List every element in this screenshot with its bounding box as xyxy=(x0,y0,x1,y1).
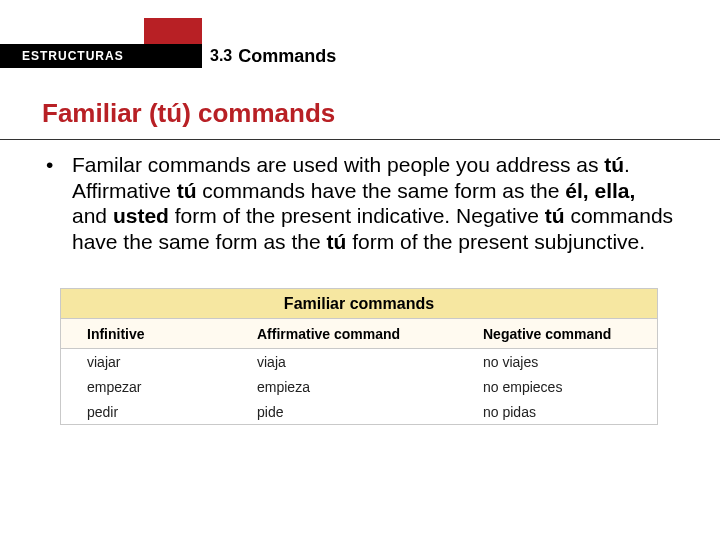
chapter-heading: 3.3 Commands xyxy=(210,44,336,68)
bullet-text: Familar commands are used with people yo… xyxy=(72,152,674,254)
cell: pide xyxy=(231,399,457,424)
col-negative: Negative command xyxy=(457,319,657,348)
header: ESTRUCTURAS 3.3 Commands xyxy=(0,44,720,76)
col-infinitive: Infinitive xyxy=(61,319,231,348)
table-row: pedir pide no pidas xyxy=(61,399,657,424)
cell: viaja xyxy=(231,349,457,374)
t2: tú xyxy=(604,153,624,176)
divider xyxy=(0,139,720,140)
t7: and xyxy=(72,204,113,227)
table-row: viajar viaja no viajes xyxy=(61,349,657,374)
bullet-marker: • xyxy=(46,152,72,254)
t13: form of the present subjunctive. xyxy=(346,230,645,253)
section-title-a: Familiar ( xyxy=(42,98,158,128)
section-title-b: tú xyxy=(158,98,183,128)
cell: viajar xyxy=(61,349,231,374)
cell: empieza xyxy=(231,374,457,399)
t4: tú xyxy=(177,179,197,202)
t6: él, ella, xyxy=(565,179,635,202)
table-row: empezar empieza no empieces xyxy=(61,374,657,399)
slide: ESTRUCTURAS 3.3 Commands Familiar (tú) c… xyxy=(0,44,720,540)
cell: no empieces xyxy=(457,374,657,399)
chapter-number: 3.3 xyxy=(210,47,232,65)
commands-table: Familiar commands Infinitive Affirmative… xyxy=(60,288,658,425)
table-title: Familiar commands xyxy=(61,289,657,319)
section-title-c: ) commands xyxy=(182,98,335,128)
table-body: viajar viaja no viajes empezar empieza n… xyxy=(61,349,657,424)
brand-bar: ESTRUCTURAS xyxy=(0,44,202,68)
cell: no pidas xyxy=(457,399,657,424)
col-affirmative: Affirmative command xyxy=(231,319,457,348)
table-header-row: Infinitive Affirmative command Negative … xyxy=(61,319,657,349)
section-title: Familiar (tú) commands xyxy=(42,98,720,129)
t8: usted xyxy=(113,204,169,227)
t5: commands have the same form as the xyxy=(196,179,565,202)
t1: Familar commands are used with people yo… xyxy=(72,153,604,176)
brand-label: ESTRUCTURAS xyxy=(22,49,124,63)
cell: pedir xyxy=(61,399,231,424)
t12: tú xyxy=(326,230,346,253)
t9: form of the present indicative. Negative xyxy=(169,204,545,227)
red-accent-box xyxy=(144,18,202,44)
cell: empezar xyxy=(61,374,231,399)
bullet-paragraph: • Familar commands are used with people … xyxy=(46,152,674,254)
chapter-title: Commands xyxy=(238,46,336,67)
cell: no viajes xyxy=(457,349,657,374)
t10: tú xyxy=(545,204,565,227)
